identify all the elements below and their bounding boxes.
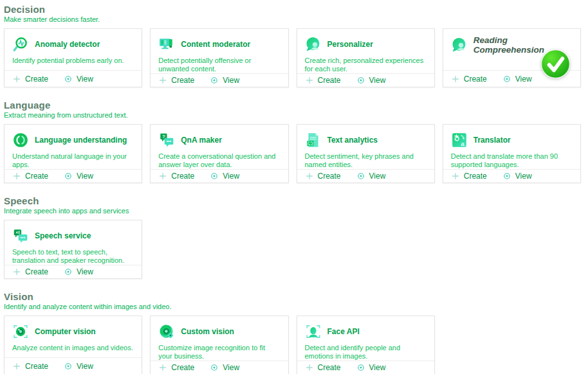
create-label: Create [171, 76, 194, 85]
create-label: Create [25, 172, 48, 181]
plus-icon [12, 362, 21, 371]
card-description: Detect potentially offensive or unwanted… [158, 57, 280, 73]
card-description: Customize image recognition to fit your … [158, 344, 280, 361]
plus-icon [305, 76, 314, 85]
section-language: Language Extract meaning from unstructur… [4, 100, 584, 183]
face-api-icon [305, 323, 322, 340]
create-button[interactable]: Create [158, 363, 194, 372]
eye-icon [210, 363, 219, 372]
qna-maker-icon [158, 132, 175, 148]
card-description: Speech to text, text to speech, translat… [12, 248, 134, 265]
create-button[interactable]: Create [158, 76, 194, 85]
view-button[interactable]: View [210, 363, 239, 372]
cognitive-services-page: Decision Make smarter decisions faster. … [0, 0, 588, 374]
create-label: Create [25, 75, 48, 84]
card-grid: Language understanding Understand natura… [4, 124, 581, 183]
view-button[interactable]: View [64, 75, 93, 84]
create-button[interactable]: Create [305, 363, 341, 372]
computer-vision-icon [12, 323, 29, 340]
view-button[interactable]: View [502, 75, 532, 84]
create-button[interactable]: Create [158, 172, 194, 181]
view-label: View [369, 172, 386, 181]
view-button[interactable]: View [64, 172, 93, 181]
view-button[interactable]: View [356, 363, 386, 372]
card-text-analytics: Text analytics Detect sentiment, key phr… [297, 124, 435, 183]
card-custom-vision: Custom vision Customize image recognitio… [150, 316, 288, 374]
custom-vision-icon [158, 323, 175, 340]
create-button[interactable]: Create [12, 267, 48, 276]
view-label: View [223, 363, 239, 372]
create-button[interactable]: Create [12, 75, 48, 84]
view-label: View [77, 75, 93, 84]
section-subtitle: Extract meaning from unstructured text. [4, 111, 584, 119]
card-translator: Translator Detect and translate more tha… [443, 124, 581, 183]
view-label: View [77, 172, 93, 181]
card-description: Analyze content in images and videos. [12, 344, 134, 352]
eye-icon [64, 362, 73, 371]
section-title: Decision [4, 4, 584, 15]
create-button[interactable]: Create [451, 172, 487, 181]
create-button[interactable]: Create [305, 76, 341, 85]
eye-icon [64, 267, 73, 276]
card-description: Identify potential problems early on. [12, 57, 134, 65]
plus-icon [158, 172, 167, 181]
personalizer-icon [451, 37, 468, 53]
plus-icon [158, 363, 167, 372]
section-subtitle: Make smarter decisions faster. [4, 15, 584, 23]
section-vision: Vision Identify and analyze content with… [4, 291, 584, 374]
create-button[interactable]: Create [12, 172, 48, 181]
eye-icon [210, 76, 219, 85]
view-label: View [77, 362, 93, 371]
eye-icon [502, 75, 511, 84]
section-title: Vision [4, 291, 584, 302]
section-subtitle: Identify and analyze content within imag… [4, 303, 584, 310]
view-button[interactable]: View [502, 172, 532, 181]
card-grid: Computer vision Analyze content in image… [4, 316, 581, 374]
view-button[interactable]: View [356, 172, 386, 181]
eye-icon [356, 172, 365, 181]
card-description: Create rich, personalized experiences fo… [305, 57, 427, 73]
create-button[interactable]: Create [451, 75, 487, 84]
plus-icon [305, 363, 314, 372]
plus-icon [12, 75, 21, 84]
view-button[interactable]: View [210, 76, 239, 85]
view-label: View [223, 172, 239, 181]
view-button[interactable]: View [64, 267, 93, 276]
card-computer-vision: Computer vision Analyze content in image… [4, 316, 142, 374]
card-speech-service: Speech service Speech to text, text to s… [4, 220, 142, 279]
create-button[interactable]: Create [305, 172, 341, 181]
create-button[interactable]: Create [12, 362, 48, 371]
card-grid: Anomaly detector Identify potential prob… [4, 28, 581, 87]
plus-icon [12, 267, 21, 276]
create-label: Create [25, 267, 48, 276]
create-label: Create [318, 172, 341, 181]
personalizer-icon [305, 36, 322, 53]
view-button[interactable]: View [210, 172, 239, 181]
eye-icon [210, 172, 219, 181]
plus-icon [305, 172, 314, 181]
card-title: QnA maker [181, 136, 222, 145]
card-title: Anomaly detector [35, 40, 100, 49]
card-description: Create a conversational question and ans… [158, 152, 280, 169]
card-grid: Speech service Speech to text, text to s… [4, 220, 581, 279]
view-button[interactable]: View [64, 362, 93, 371]
section-title: Speech [4, 195, 584, 206]
card-personalizer: Personalizer Create rich, personalized e… [297, 28, 435, 87]
create-label: Create [171, 172, 194, 181]
section-decision: Decision Make smarter decisions faster. … [4, 4, 584, 87]
view-button[interactable]: View [356, 76, 386, 85]
card-description: Detect and identify people and emotions … [305, 344, 427, 361]
card-reading-compreehension: Reading Compreehension Create View [443, 28, 581, 87]
plus-icon [451, 75, 460, 84]
eye-icon [356, 363, 365, 372]
card-content-moderator: Content moderator Detect potentially off… [150, 28, 288, 87]
create-label: Create [318, 363, 341, 372]
card-title: Custom vision [181, 327, 234, 336]
view-label: View [77, 267, 93, 276]
plus-icon [451, 172, 460, 181]
section-title: Language [4, 100, 584, 111]
create-label: Create [318, 76, 341, 85]
card-anomaly-detector: Anomaly detector Identify potential prob… [4, 28, 142, 87]
translator-icon [451, 132, 468, 148]
eye-icon [356, 76, 365, 85]
